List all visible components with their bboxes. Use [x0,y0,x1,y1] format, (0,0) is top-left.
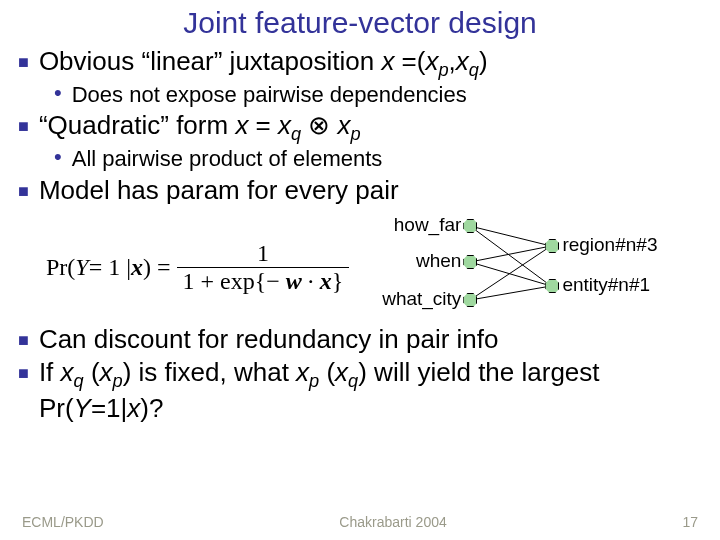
var-xp: x [338,110,351,140]
text: =1| [91,393,127,423]
var-xp: x [296,357,309,387]
svg-line-3 [470,262,551,286]
node-icon [463,293,477,307]
bullet-discount: ■ Can discount for redundancy in pair in… [18,324,702,355]
var-xq: x [456,46,469,76]
var-w: w [286,268,302,294]
slide-body: ■ Obvious “linear” juxtaposition x =(xp,… [0,40,720,424]
var-xq: x [61,357,74,387]
sub-q: q [74,371,84,391]
bullet-icon: ■ [18,330,29,352]
var-x-bold: x [320,268,332,294]
sub-q: q [469,60,479,80]
footer-left: ECML/PKDD [22,514,104,530]
var-xq: x [278,110,291,140]
bullet-question: ■ If xq (xp) is fixed, what xp (xq) will… [18,357,702,424]
var-xp: x [425,46,438,76]
text: = 1 | [89,254,131,281]
svg-line-0 [470,226,551,246]
text: ) = [143,254,171,281]
bullet-linear: ■ Obvious “linear” juxtaposition x =(xp,… [18,46,702,82]
bullet-icon: ■ [18,116,29,138]
bullet-icon: ■ [18,363,29,385]
footer: ECML/PKDD Chakrabarti 2004 17 [0,514,720,530]
fraction: 1 1 + exp{− w · x} [177,240,350,295]
text: } [332,268,344,294]
var-Y: Y [75,254,88,281]
footer-page-number: 17 [682,514,698,530]
var-x: x [235,110,248,140]
denominator: 1 + exp{− w · x} [177,268,350,295]
text: · [302,268,320,294]
text: ) [479,46,488,76]
node-label-when: when [409,250,461,272]
slide-title: Joint feature-vector design [0,0,720,40]
bullet-quadratic: ■ “Quadratic” form x = xq ⊗ xp [18,110,702,146]
var-x-bold: x [131,254,143,281]
subbullet-quadratic: • All pairwise product of elements [54,146,702,172]
svg-line-1 [470,226,551,286]
numerator: 1 [251,240,275,267]
sub-q: q [291,125,301,145]
formula-row: Pr(Y = 1 | x) = 1 1 + exp{− w · x} how_f… [18,212,702,322]
logistic-formula: Pr(Y = 1 | x) = 1 1 + exp{− w · x} [46,240,349,295]
node-icon [463,255,477,269]
dot-icon: • [54,80,62,106]
var-x: x [381,46,401,76]
tensor-symbol: ⊗ [301,110,337,140]
text: ) is fixed, what [123,357,296,387]
node-icon [463,219,477,233]
text: Obvious “linear” juxtaposition [39,46,382,76]
var-Y: Y [74,393,91,423]
text: If [39,357,61,387]
sub-p: p [438,60,448,80]
sub-q: q [348,371,358,391]
var-x: x [127,393,140,423]
text: Pr( [46,254,75,281]
svg-line-5 [470,286,551,300]
node-label-region: region#n#3 [562,234,657,256]
text: Does not expose pairwise dependencies [72,82,467,108]
footer-center: Chakrabarti 2004 [339,514,446,530]
sub-p: p [351,125,361,145]
text: “Quadratic” form [39,110,236,140]
node-label-entity: entity#n#1 [562,274,650,296]
text: , [449,46,456,76]
subbullet-linear: • Does not expose pairwise dependencies [54,82,702,108]
text: )? [140,393,163,423]
sub-p: p [309,371,319,391]
text: Can discount for redundancy in pair info [39,324,499,355]
text: ( [319,357,335,387]
text: = [248,110,278,140]
var-xq: x [335,357,348,387]
bullet-icon: ■ [18,52,29,74]
dot-icon: • [54,144,62,170]
sub-p: p [113,371,123,391]
node-label-whatcity: what_city [371,288,461,310]
bipartite-network: how_far when what_city region#n#3 entity… [367,212,657,322]
bullet-icon: ■ [18,181,29,203]
bullet-model: ■ Model has param for every pair [18,175,702,206]
text: Model has param for every pair [39,175,399,206]
node-label-howfar: how_far [385,214,461,236]
var-xp: x [100,357,113,387]
text: 1 + exp{− [183,268,286,294]
text: ( [84,357,100,387]
text: =( [402,46,426,76]
text: All pairwise product of elements [72,146,383,172]
